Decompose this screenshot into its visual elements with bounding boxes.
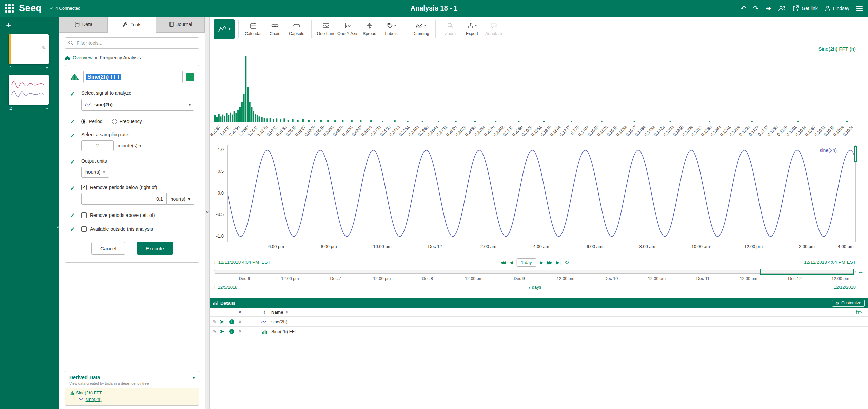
filter-tools-input[interactable] (65, 37, 199, 49)
derived-item-signal-link[interactable]: sine(2h) (86, 397, 102, 402)
sort-name-icon[interactable]: ▴▾ (286, 310, 288, 314)
home-icon[interactable] (65, 55, 70, 60)
timeline-expand-icon[interactable]: ↔ (858, 268, 864, 275)
execute-button[interactable]: Execute (137, 242, 173, 255)
apps-grid-icon[interactable] (5, 4, 14, 13)
remove-item-icon[interactable]: × (239, 329, 248, 334)
trend-view-button[interactable]: ▾ (214, 19, 235, 39)
navigate-item-icon[interactable] (220, 320, 229, 324)
remove-below-unit-select[interactable]: hour(s) ▾ (167, 193, 194, 205)
worksheet-2-menu-icon[interactable]: ▾ (46, 106, 48, 111)
step-to-end-icon[interactable]: ▶| (556, 260, 561, 265)
sine-plot-area[interactable] (227, 145, 856, 242)
item-info-icon[interactable]: i (229, 319, 239, 324)
new-worksheet-button[interactable]: + (6, 21, 11, 29)
output-unit-select[interactable]: hour(s) ▾ (81, 167, 109, 178)
edit-item-icon[interactable]: ✎ (210, 319, 220, 324)
derived-item-fft-link[interactable]: Sine(2h) FFT (76, 390, 102, 395)
tool-export-button[interactable]: ▾ Export (461, 22, 483, 36)
worksheet-2-thumbnail[interactable] (9, 75, 49, 105)
get-link-icon (793, 5, 799, 12)
item-info-icon[interactable]: i (229, 329, 239, 334)
tool-dimming-button[interactable]: ▾ Dimming (410, 22, 432, 36)
remove-all-icon[interactable]: × (239, 310, 248, 315)
cancel-button[interactable]: Cancel (91, 242, 125, 255)
details-row-sine[interactable]: ✎ i × sine(2h) (210, 317, 868, 327)
name-column-header[interactable]: Name (271, 310, 283, 315)
item-checkbox[interactable] (248, 329, 248, 334)
tool-one-y-axis-button[interactable]: One Y-Axis (337, 22, 359, 36)
auto-update-icon[interactable]: ↻ (565, 259, 569, 266)
seeq-logo[interactable]: Seeq (19, 3, 42, 14)
remove-item-icon[interactable]: × (239, 319, 248, 324)
item-name[interactable]: Sine(2h) FFT (271, 329, 868, 334)
range-start[interactable]: ↓ 12/11/2018 4:04 PM EST (214, 260, 271, 265)
tool-label: Spread (363, 31, 376, 36)
tab-tools[interactable]: Tools (108, 17, 156, 33)
timeline-duration[interactable]: 7 days (528, 285, 541, 290)
sort-type-icon[interactable]: ▴▾ (264, 310, 265, 314)
tab-journal[interactable]: Journal (156, 17, 205, 33)
timeline-selection-bracket[interactable] (760, 269, 854, 275)
tab-journal-label: Journal (177, 22, 192, 27)
frequency-radio[interactable]: Frequency (112, 119, 142, 124)
fft-plot-area[interactable] (214, 54, 856, 122)
signal-select[interactable]: sine(2h) ▾ (81, 99, 194, 111)
timeline-track[interactable]: ↔ (214, 270, 856, 274)
view-toolbar: ▾ Calendar Chain (210, 17, 868, 41)
period-radio[interactable]: Period (81, 119, 102, 124)
table-view-icon[interactable] (856, 310, 862, 315)
tool-labels-button[interactable]: ▾ Labels (380, 22, 402, 36)
navigate-item-icon[interactable] (220, 329, 229, 334)
collapse-worksheet-rail-icon[interactable]: « (57, 224, 60, 230)
details-row-fft[interactable]: ✎ i × Sine(2h) FFT (210, 327, 868, 336)
tab-data[interactable]: Data (59, 17, 108, 33)
timeline-tick-label: 12:00 pm (557, 276, 574, 281)
result-name-input[interactable]: Sine(2h) FFT (83, 71, 183, 83)
item-checkbox[interactable] (248, 319, 248, 325)
tool-spread-button[interactable]: Spread (359, 22, 380, 36)
worksheet-1-menu-icon[interactable]: ▾ (46, 65, 48, 70)
tool-one-lane-button[interactable]: One Lane (315, 22, 337, 36)
derived-data-title[interactable]: Derived Data (69, 374, 195, 380)
customize-button[interactable]: ⚙ Customize (832, 300, 865, 307)
sampling-unit-select[interactable]: minute(s) ▾ (118, 143, 141, 148)
hamburger-menu-icon[interactable] (856, 6, 863, 11)
derived-collapse-icon[interactable]: ▾ (193, 375, 195, 380)
collapse-tools-panel-icon[interactable]: « (206, 209, 209, 215)
item-name[interactable]: sine(2h) (271, 319, 868, 324)
user-menu[interactable]: Lindsey (825, 5, 849, 12)
step-back-full-icon[interactable]: ◀◀ (500, 260, 506, 265)
breadcrumb-overview-link[interactable]: Overview (73, 55, 92, 60)
remove-below-checkbox[interactable]: ✓ (81, 185, 87, 190)
y-axis-range-handle[interactable] (854, 146, 857, 162)
tool-calendar-button[interactable]: Calendar (242, 22, 264, 36)
step-back-icon[interactable]: ◀ (510, 260, 513, 265)
duration-button[interactable]: 1 day (517, 258, 536, 267)
collaborators-icon[interactable] (778, 5, 786, 12)
select-all-checkbox[interactable] (248, 309, 248, 315)
timeline-end-date[interactable]: 12/12/2018 (834, 285, 856, 290)
step-forward-icon[interactable]: ▶ (540, 260, 544, 265)
range-start-timezone[interactable]: EST (261, 260, 270, 265)
fft-bar (407, 121, 409, 122)
step-forward-full-icon[interactable]: ▶▶ (547, 260, 553, 265)
remove-below-input[interactable]: 0.1 (81, 193, 167, 205)
get-link-button[interactable]: Get link (793, 5, 817, 12)
range-end-timezone[interactable]: EST (847, 260, 856, 265)
timeline-start[interactable]: ↑ 12/5/2018 (214, 285, 237, 290)
worksheet-1-thumbnail[interactable]: ✎ (9, 34, 49, 64)
tool-capsule-button[interactable]: Capsule (286, 22, 308, 36)
range-end[interactable]: 12/12/2018 4:04 PM EST (804, 260, 856, 265)
series-color-swatch[interactable] (186, 73, 194, 81)
sampling-rate-input[interactable]: 2 (81, 140, 114, 151)
edit-item-icon[interactable]: ✎ (210, 329, 220, 334)
redo-all-icon[interactable]: ↠ (766, 5, 771, 12)
tool-chain-button[interactable]: Chain (264, 22, 286, 36)
remove-above-checkbox[interactable] (81, 212, 87, 218)
agents-connected-status[interactable]: ✓ 4 Connected (50, 6, 81, 11)
redo-icon[interactable]: ↷ (753, 5, 759, 12)
undo-icon[interactable]: ↶ (741, 5, 746, 12)
available-outside-checkbox[interactable] (81, 226, 87, 232)
sine-y-axis: 1.00.50.0-0.5-1.0 (214, 145, 225, 242)
